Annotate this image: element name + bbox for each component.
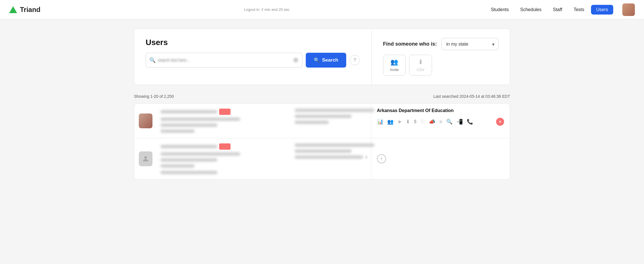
user-detail-2b xyxy=(160,158,217,162)
badge-zero: 0 xyxy=(365,155,368,159)
brand-name: Triand xyxy=(20,6,40,14)
nav-tests[interactable]: Tests xyxy=(569,5,589,15)
showing-label: Showing 1-20 of 2,250 xyxy=(134,94,174,99)
table-row: Arkansas Department Of Education 📊 👥 ➤ ⬇… xyxy=(134,103,510,138)
user-mid-2a xyxy=(295,143,374,147)
svg-point-0 xyxy=(144,156,147,159)
user-detail-1b xyxy=(160,123,217,127)
clear-button[interactable]: ✕ xyxy=(293,57,299,63)
col-org-2: + xyxy=(371,138,510,179)
user-detail-2a xyxy=(160,152,240,156)
dollar-icon[interactable]: $ xyxy=(414,119,417,124)
download-icon[interactable]: ⬇ xyxy=(406,119,410,125)
filter-select-wrapper: in my state in my district in my school … xyxy=(441,38,498,50)
main-content: Users 🔍 ✕ 🔍 Search ? Find s xyxy=(123,19,521,189)
user-badge-1 xyxy=(219,109,231,115)
csv-icon: ⬇ xyxy=(418,58,423,66)
search-action-icon[interactable]: 🔍 xyxy=(446,119,453,125)
user-name-1 xyxy=(160,110,217,113)
help-button[interactable]: ? xyxy=(350,55,360,65)
page-title: Users xyxy=(146,38,360,47)
phone-incoming-icon[interactable]: 📲 xyxy=(456,119,463,125)
user-mid-1c xyxy=(295,121,329,124)
user-name-2 xyxy=(160,145,217,148)
search-icon: 🔍 xyxy=(149,57,156,63)
user-detail-1a xyxy=(160,117,240,121)
col-mid-2: 0 xyxy=(291,138,371,179)
list-icon[interactable]: ≡ xyxy=(439,119,442,125)
action-buttons: 👥 Invite ⬇ CSV xyxy=(383,55,498,76)
logout-timer: Logout in: 2 min and 25 sec xyxy=(54,7,479,12)
results-meta: Showing 1-20 of 2,250 Last searched 2024… xyxy=(134,92,510,103)
brand-triangle-icon xyxy=(9,6,17,13)
navbar: Triand Logout in: 2 min and 25 sec Stude… xyxy=(0,0,644,19)
invite-icon: 👥 xyxy=(390,58,398,66)
search-button[interactable]: 🔍 Search xyxy=(306,53,346,68)
add-row-button-2[interactable]: + xyxy=(377,154,386,163)
nav-staff[interactable]: Staff xyxy=(548,5,567,15)
user-detail-1c xyxy=(160,129,195,133)
search-input-wrapper: 🔍 ✕ xyxy=(146,53,302,68)
help-icon: ? xyxy=(354,58,356,63)
close-row-button-1[interactable]: ✕ xyxy=(496,118,504,126)
col-org-1: Arkansas Department Of Education 📊 👥 ➤ ⬇… xyxy=(371,103,510,138)
top-panel: Users 🔍 ✕ 🔍 Search ? Find s xyxy=(134,29,510,85)
search-area: Users 🔍 ✕ 🔍 Search ? xyxy=(146,38,360,68)
org-name-1: Arkansas Department Of Education xyxy=(377,108,504,113)
megaphone-icon[interactable]: 📣 xyxy=(429,119,435,125)
last-searched: Last searched 2024-05-14 at 03:46:38 EDT xyxy=(433,94,510,99)
user-avatar[interactable] xyxy=(622,3,635,16)
csv-label: CSV xyxy=(417,68,425,72)
filter-label: Find someone who is: xyxy=(383,41,437,47)
search-btn-label: Search xyxy=(322,57,338,63)
user-mid-2c xyxy=(295,155,363,159)
col-avatar-2 xyxy=(134,138,157,179)
col-info-1 xyxy=(157,103,291,138)
send-icon[interactable]: ➤ xyxy=(398,119,402,125)
user-avatar-1 xyxy=(139,113,152,128)
user-detail-2c xyxy=(160,164,195,168)
action-icons-1: 📊 👥 ➤ ⬇ $ ♡ 📣 ≡ 🔍 📲 📞 ✕ xyxy=(377,118,504,126)
chart-icon[interactable]: 📊 xyxy=(377,119,383,125)
vertical-divider xyxy=(371,29,372,85)
nav-schedules[interactable]: Schedules xyxy=(516,5,546,15)
search-input[interactable] xyxy=(156,58,293,62)
user-detail-2d xyxy=(160,171,217,174)
heart-icon[interactable]: ♡ xyxy=(420,119,425,125)
nav-links: Students Schedules Staff Tests Users xyxy=(486,5,613,15)
invite-button[interactable]: 👥 Invite xyxy=(383,55,406,76)
invite-label: Invite xyxy=(390,68,399,72)
user-mid-1a xyxy=(295,109,374,112)
col-avatar-1 xyxy=(134,103,157,138)
col-mid-1 xyxy=(291,103,371,138)
brand-logo[interactable]: Triand xyxy=(9,6,40,14)
user-mid-2b xyxy=(295,149,352,153)
nav-students[interactable]: Students xyxy=(486,5,513,15)
filter-area: Find someone who is: in my state in my d… xyxy=(383,38,498,76)
search-row: 🔍 ✕ 🔍 Search ? xyxy=(146,53,360,68)
results-table: Arkansas Department Of Education 📊 👥 ➤ ⬇… xyxy=(134,103,510,180)
user-badge-2 xyxy=(219,143,231,150)
user-avatar-2 xyxy=(139,151,152,166)
filter-row: Find someone who is: in my state in my d… xyxy=(383,38,498,50)
search-btn-icon: 🔍 xyxy=(314,57,320,63)
user-mid-1b xyxy=(295,115,352,118)
col-info-2 xyxy=(157,138,291,179)
filter-select[interactable]: in my state in my district in my school … xyxy=(441,38,498,50)
table-row-2: 0 + xyxy=(134,138,510,179)
nav-users[interactable]: Users xyxy=(591,5,613,15)
phone-icon[interactable]: 📞 xyxy=(467,119,473,125)
users-icon[interactable]: 👥 xyxy=(387,119,394,125)
csv-button[interactable]: ⬇ CSV xyxy=(409,55,432,76)
